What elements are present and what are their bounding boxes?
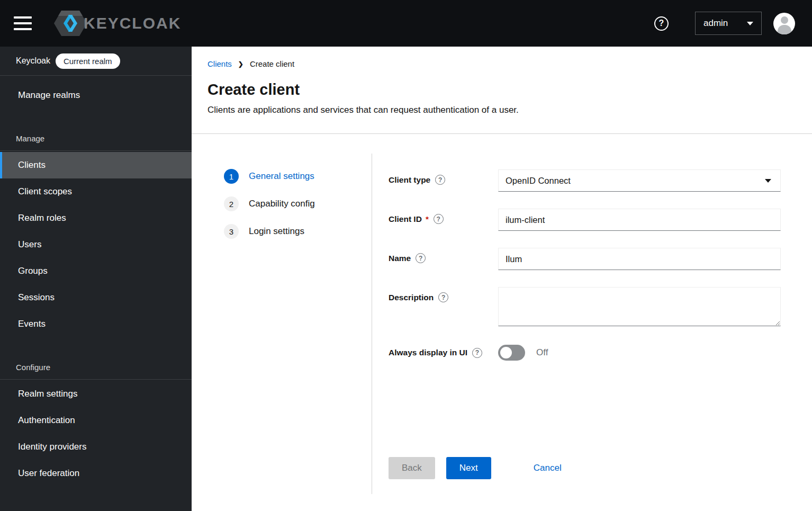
user-menu-dropdown[interactable]: admin bbox=[695, 12, 762, 35]
sidebar-section-manage: Manage bbox=[0, 134, 192, 150]
current-realm-badge[interactable]: Current realm bbox=[56, 53, 120, 69]
page-header: Clients ❯ Create client Create client Cl… bbox=[192, 47, 812, 134]
wizard-actions: Back Next Cancel bbox=[389, 457, 781, 479]
client-type-row: Client type ? OpenID Connect bbox=[389, 169, 781, 192]
sidebar-item-groups[interactable]: Groups bbox=[0, 258, 192, 284]
sidebar: Keycloak Current realm Manage realms Man… bbox=[0, 47, 192, 511]
breadcrumb-chevron-icon: ❯ bbox=[238, 60, 243, 68]
sidebar-divider bbox=[0, 150, 192, 151]
step-label: General settings bbox=[249, 171, 314, 182]
avatar[interactable] bbox=[773, 13, 795, 34]
required-asterisk: * bbox=[426, 214, 429, 223]
question-circle-icon[interactable]: ? bbox=[438, 292, 448, 302]
keycloak-brand: KEYCLOAK bbox=[51, 8, 181, 39]
sidebar-item-users[interactable]: Users bbox=[0, 231, 192, 258]
next-button[interactable]: Next bbox=[446, 457, 491, 479]
breadcrumb-clients-link[interactable]: Clients bbox=[207, 59, 232, 68]
question-circle-icon[interactable]: ? bbox=[472, 348, 482, 358]
name-label: Name bbox=[389, 254, 411, 263]
client-type-label: Client type bbox=[389, 175, 430, 185]
client-type-value: OpenID Connect bbox=[506, 176, 571, 186]
breadcrumb-current: Create client bbox=[250, 59, 294, 68]
sidebar-item-identity-providers[interactable]: Identity providers bbox=[0, 434, 192, 460]
client-type-select[interactable]: OpenID Connect bbox=[498, 169, 781, 192]
question-circle-icon[interactable]: ? bbox=[435, 175, 445, 185]
wizard-nav: 1 General settings 2 Capability config 3… bbox=[192, 154, 372, 494]
sidebar-item-events[interactable]: Events bbox=[0, 311, 192, 337]
chevron-down-icon bbox=[747, 22, 753, 25]
sidebar-item-realm-settings[interactable]: Realm settings bbox=[0, 381, 192, 407]
sidebar-item-sessions[interactable]: Sessions bbox=[0, 284, 192, 311]
step-label: Capability config bbox=[249, 199, 315, 209]
client-id-row: Client ID * ? bbox=[389, 209, 781, 231]
question-circle-icon[interactable]: ? bbox=[434, 214, 444, 224]
nav-toggle-hamburger-icon[interactable] bbox=[14, 16, 32, 30]
cancel-link[interactable]: Cancel bbox=[534, 463, 562, 473]
step-number-badge: 1 bbox=[224, 169, 239, 184]
sidebar-item-authentication[interactable]: Authentication bbox=[0, 407, 192, 434]
always-display-row: Always display in UI ? Off bbox=[389, 345, 781, 361]
page-title: Create client bbox=[207, 81, 796, 98]
general-settings-form: Client type ? OpenID Connect Client ID *… bbox=[372, 134, 812, 511]
brand-wordmark: KEYCLOAK bbox=[84, 14, 181, 32]
help-icon[interactable]: ? bbox=[654, 16, 669, 31]
wizard-step-general-settings[interactable]: 1 General settings bbox=[224, 169, 372, 184]
sidebar-item-client-scopes[interactable]: Client scopes bbox=[0, 178, 192, 205]
sidebar-item-realm-roles[interactable]: Realm roles bbox=[0, 205, 192, 231]
sidebar-item-manage-realms[interactable]: Manage realms bbox=[0, 82, 192, 109]
sidebar-section-configure: Configure bbox=[0, 363, 192, 379]
name-row: Name ? bbox=[389, 248, 781, 270]
sidebar-item-user-federation[interactable]: User federation bbox=[0, 460, 192, 487]
description-row: Description ? bbox=[389, 287, 781, 328]
masthead: KEYCLOAK ? admin bbox=[0, 0, 812, 47]
realm-selector: Keycloak Current realm bbox=[0, 47, 192, 76]
always-display-label: Always display in UI bbox=[389, 348, 467, 357]
client-id-label: Client ID bbox=[389, 214, 422, 224]
sidebar-divider bbox=[0, 379, 192, 380]
sidebar-item-clients[interactable]: Clients bbox=[0, 152, 192, 178]
description-label: Description bbox=[389, 293, 434, 302]
user-menu-label: admin bbox=[703, 18, 728, 29]
description-textarea[interactable] bbox=[498, 287, 781, 326]
wizard-step-login-settings[interactable]: 3 Login settings bbox=[224, 224, 372, 239]
page-subtitle: Clients are applications and services th… bbox=[207, 105, 796, 115]
name-input[interactable] bbox=[498, 248, 781, 270]
caret-down-icon bbox=[765, 179, 771, 183]
step-number-badge: 2 bbox=[224, 196, 239, 211]
main-content: Clients ❯ Create client Create client Cl… bbox=[192, 47, 812, 511]
realm-name: Keycloak bbox=[16, 56, 50, 66]
step-label: Login settings bbox=[249, 226, 304, 237]
client-id-input[interactable] bbox=[498, 209, 781, 231]
toggle-state-text: Off bbox=[536, 347, 548, 358]
breadcrumb: Clients ❯ Create client bbox=[207, 59, 796, 68]
always-display-toggle[interactable] bbox=[498, 345, 525, 361]
step-number-badge: 3 bbox=[224, 224, 239, 239]
wizard-step-capability-config[interactable]: 2 Capability config bbox=[224, 196, 372, 211]
question-circle-icon[interactable]: ? bbox=[416, 253, 426, 263]
back-button[interactable]: Back bbox=[389, 457, 435, 479]
